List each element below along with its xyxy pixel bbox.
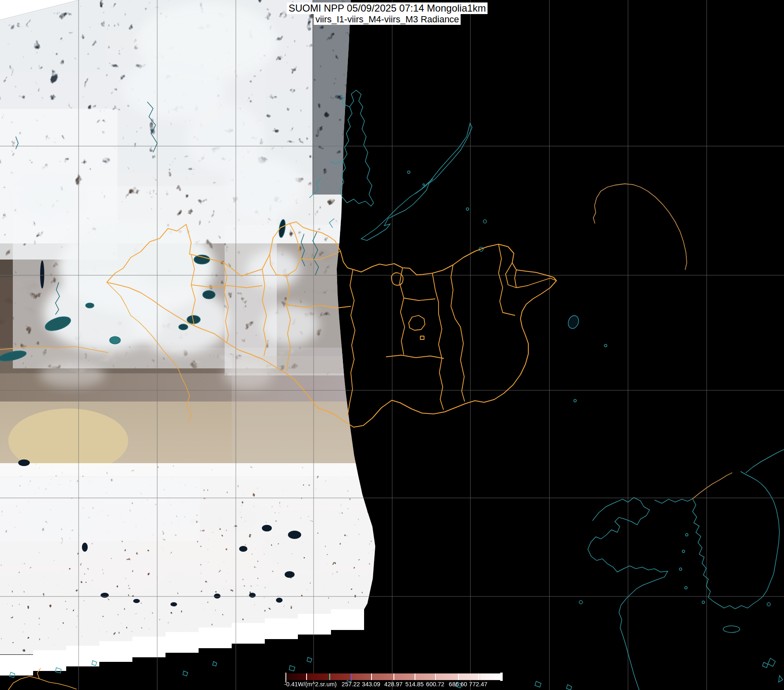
colorbar-labels: -0.41W/(m^2.sr.um) 257.22 343.09 428.97 …	[285, 681, 502, 688]
colorbar-tick	[306, 673, 307, 680]
colorbar-tick	[478, 673, 479, 680]
title-line-2: viirs_I1-viirs_M4-viirs_M3 Radiance	[314, 14, 460, 25]
image-title: SUOMI NPP 05/09/2025 07:14 Mongolia1km v…	[287, 2, 487, 25]
colorbar-tick-label: 428.97	[384, 681, 403, 688]
colorbar-endcap	[500, 673, 503, 681]
colorbar-marker-teal	[329, 673, 330, 680]
colorbar-tick-label: 343.09	[362, 681, 380, 688]
colorbar-tick-label: 686.60	[449, 681, 467, 688]
lake-uvs	[194, 255, 210, 264]
colorbar-tick	[458, 673, 459, 680]
colorbar-tick-label: 600.72	[426, 681, 444, 688]
colorbar-tick-label: 257.22	[342, 681, 360, 688]
satellite-image-viewer: SUOMI NPP 05/09/2025 07:14 Mongolia1km v…	[0, 0, 784, 690]
colorbar-tick-label: 514.85	[405, 681, 424, 688]
colorbar-tick	[415, 673, 415, 680]
colorbar-tick-label: 772.47	[469, 681, 487, 688]
colorbar-tick	[371, 673, 372, 680]
title-line-1: SUOMI NPP 05/09/2025 07:14 Mongolia1km	[287, 2, 487, 14]
colorbar-tick	[435, 673, 436, 680]
colorbar	[285, 673, 502, 680]
map-canvas	[0, 0, 784, 690]
colorbar-tick	[393, 673, 394, 680]
colorbar-unit-label: -0.41W/(m^2.sr.um)	[284, 681, 337, 688]
colorbar-marker-purple	[351, 673, 352, 680]
